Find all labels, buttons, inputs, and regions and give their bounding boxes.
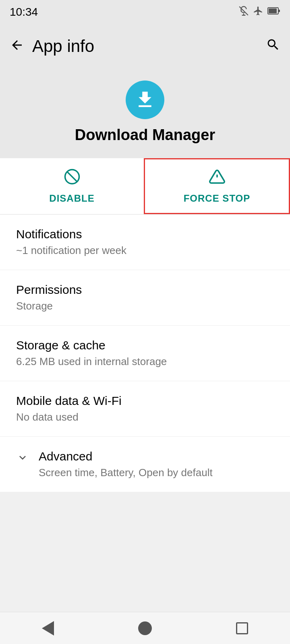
- notifications-item[interactable]: Notifications ~1 notification per week: [0, 215, 290, 270]
- mobile-data-subtitle: No data used: [16, 411, 274, 423]
- app-bar-left: App info: [10, 37, 94, 56]
- force-stop-icon: [209, 168, 226, 189]
- back-button[interactable]: [10, 38, 24, 55]
- status-time: 10:34: [10, 6, 38, 19]
- home-nav-icon: [138, 621, 152, 635]
- storage-subtitle: 6.25 MB used in internal storage: [16, 355, 274, 368]
- airplane-icon: [253, 6, 263, 19]
- mute-icon: [238, 6, 249, 19]
- svg-rect-2: [278, 10, 280, 12]
- disable-label: DISABLE: [49, 193, 94, 204]
- app-header: Download Manager: [0, 68, 290, 158]
- disable-button[interactable]: DISABLE: [0, 158, 144, 214]
- nav-recents-button[interactable]: [236, 622, 248, 634]
- force-stop-button[interactable]: FORCE STOP: [144, 158, 290, 214]
- notifications-subtitle: ~1 notification per week: [16, 244, 274, 257]
- storage-item[interactable]: Storage & cache 6.25 MB used in internal…: [0, 326, 290, 381]
- search-button[interactable]: [266, 37, 280, 56]
- status-bar: 10:34: [0, 0, 290, 24]
- action-row: DISABLE FORCE STOP: [0, 158, 290, 215]
- notifications-title: Notifications: [16, 227, 274, 241]
- advanced-text: Advanced Screen time, Battery, Open by d…: [39, 450, 274, 479]
- battery-icon: [267, 6, 280, 18]
- advanced-subtitle: Screen time, Battery, Open by default: [39, 466, 274, 479]
- advanced-title: Advanced: [39, 450, 274, 463]
- nav-home-button[interactable]: [138, 621, 152, 635]
- bottom-nav: [0, 612, 290, 644]
- svg-rect-3: [269, 8, 277, 13]
- permissions-item[interactable]: Permissions Storage: [0, 270, 290, 326]
- app-bar: App info: [0, 24, 290, 68]
- status-icons: [238, 6, 280, 19]
- mobile-data-item[interactable]: Mobile data & Wi-Fi No data used: [0, 381, 290, 437]
- mobile-data-title: Mobile data & Wi-Fi: [16, 394, 274, 408]
- advanced-item[interactable]: Advanced Screen time, Battery, Open by d…: [0, 437, 290, 492]
- storage-title: Storage & cache: [16, 339, 274, 352]
- recents-nav-icon: [236, 622, 248, 634]
- nav-back-button[interactable]: [42, 621, 54, 636]
- app-name: Download Manager: [75, 126, 215, 144]
- page-title: App info: [32, 37, 94, 56]
- chevron-down-icon: [16, 451, 29, 467]
- svg-line-5: [67, 172, 77, 182]
- permissions-subtitle: Storage: [16, 300, 274, 312]
- app-icon: [126, 80, 164, 119]
- settings-list: Notifications ~1 notification per week P…: [0, 215, 290, 492]
- force-stop-label: FORCE STOP: [184, 193, 251, 204]
- back-nav-icon: [42, 621, 54, 636]
- disable-icon: [64, 168, 81, 189]
- permissions-title: Permissions: [16, 283, 274, 297]
